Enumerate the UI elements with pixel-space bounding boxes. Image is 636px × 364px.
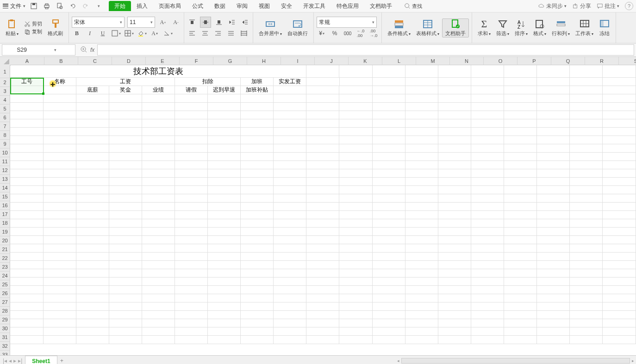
cell[interactable] xyxy=(373,128,405,136)
cell[interactable] xyxy=(438,278,471,286)
cell[interactable] xyxy=(44,86,76,94)
cell[interactable] xyxy=(438,203,471,211)
cell[interactable] xyxy=(306,194,339,203)
cell[interactable] xyxy=(208,278,241,286)
cell[interactable] xyxy=(603,111,636,119)
cell[interactable] xyxy=(373,169,405,178)
row-header[interactable]: 7 xyxy=(0,122,10,131)
cell[interactable] xyxy=(373,103,405,111)
cell[interactable] xyxy=(339,178,372,186)
cell[interactable] xyxy=(405,236,438,244)
cell[interactable] xyxy=(339,65,372,78)
cell[interactable] xyxy=(537,128,570,136)
cell[interactable] xyxy=(339,286,372,294)
cell[interactable] xyxy=(471,336,504,344)
ribbon-tab-9[interactable]: 特色应用 xyxy=(331,0,364,12)
cell[interactable] xyxy=(44,211,76,219)
cell[interactable] xyxy=(44,327,76,336)
cell[interactable] xyxy=(373,261,405,269)
cell[interactable] xyxy=(504,278,537,286)
cell[interactable] xyxy=(603,278,636,286)
cell[interactable] xyxy=(274,203,306,211)
cell[interactable] xyxy=(241,269,274,278)
cell[interactable] xyxy=(208,153,241,161)
cell[interactable] xyxy=(405,103,438,111)
cell[interactable] xyxy=(570,186,603,194)
cell[interactable] xyxy=(504,311,537,319)
cell[interactable] xyxy=(471,153,504,161)
cell[interactable] xyxy=(537,78,570,86)
cell[interactable] xyxy=(438,128,471,136)
cell[interactable] xyxy=(306,319,339,327)
cell[interactable] xyxy=(142,319,175,327)
cell[interactable] xyxy=(504,261,537,269)
cell[interactable] xyxy=(208,244,241,253)
cell[interactable] xyxy=(339,278,372,286)
cell[interactable] xyxy=(109,203,142,211)
cell[interactable] xyxy=(76,236,109,244)
cell[interactable] xyxy=(603,65,636,78)
cell[interactable] xyxy=(76,336,109,344)
cell[interactable] xyxy=(274,269,306,278)
cell[interactable] xyxy=(10,119,44,128)
cell[interactable] xyxy=(142,278,175,286)
row-header[interactable]: 6 xyxy=(0,113,10,122)
cell[interactable] xyxy=(537,244,570,253)
cell[interactable]: 请假 xyxy=(175,86,208,94)
cell[interactable] xyxy=(142,327,175,336)
cell[interactable] xyxy=(471,94,504,103)
cell[interactable] xyxy=(373,136,405,144)
cell[interactable] xyxy=(339,169,372,178)
row-header[interactable]: 19 xyxy=(0,228,10,236)
cell[interactable] xyxy=(438,244,471,253)
sync-status[interactable]: 未同步▾ xyxy=(538,2,567,10)
cell[interactable] xyxy=(175,194,208,203)
cell[interactable] xyxy=(504,161,537,169)
cell[interactable] xyxy=(504,319,537,327)
cell[interactable] xyxy=(339,336,372,344)
cell[interactable] xyxy=(241,211,274,219)
cell[interactable] xyxy=(306,153,339,161)
cell[interactable] xyxy=(373,327,405,336)
cell[interactable] xyxy=(339,128,372,136)
cell[interactable] xyxy=(175,311,208,319)
row-header[interactable]: 13 xyxy=(0,175,10,184)
cell[interactable] xyxy=(373,278,405,286)
cell[interactable] xyxy=(175,178,208,186)
cell[interactable] xyxy=(274,161,306,169)
cell[interactable] xyxy=(373,194,405,203)
cell[interactable] xyxy=(438,294,471,302)
cell[interactable]: 扣除 xyxy=(175,78,241,86)
col-header[interactable]: G xyxy=(213,57,247,65)
cell[interactable] xyxy=(44,278,76,286)
cell[interactable] xyxy=(570,194,603,203)
cell[interactable] xyxy=(405,336,438,344)
row-header[interactable]: 8 xyxy=(0,131,10,140)
cell[interactable] xyxy=(208,302,241,311)
ribbon-tab-7[interactable]: 安全 xyxy=(275,0,298,12)
row-header[interactable]: 16 xyxy=(0,201,10,210)
cell[interactable] xyxy=(339,244,372,253)
cell[interactable] xyxy=(10,219,44,228)
cell[interactable] xyxy=(471,103,504,111)
cell[interactable] xyxy=(142,236,175,244)
font-color-button[interactable]: A xyxy=(150,28,160,38)
cell[interactable] xyxy=(306,161,339,169)
cell[interactable] xyxy=(471,211,504,219)
cell[interactable] xyxy=(109,111,142,119)
cell[interactable] xyxy=(405,136,438,144)
row-header[interactable]: 25 xyxy=(0,280,10,289)
row-header[interactable]: 18 xyxy=(0,219,10,228)
cell[interactable] xyxy=(76,128,109,136)
cell[interactable] xyxy=(241,261,274,269)
font-size-combo[interactable]: 11▾ xyxy=(127,17,155,28)
cell[interactable] xyxy=(274,336,306,344)
row-header[interactable]: 33 xyxy=(0,351,10,355)
cell[interactable] xyxy=(570,119,603,128)
cell[interactable] xyxy=(10,327,44,336)
cell[interactable] xyxy=(10,253,44,261)
cell[interactable] xyxy=(76,144,109,153)
decrease-decimal-icon[interactable]: .00→.0 xyxy=(368,28,379,38)
align-middle-icon[interactable] xyxy=(200,17,211,28)
cell[interactable]: 实发工资 xyxy=(274,78,306,86)
